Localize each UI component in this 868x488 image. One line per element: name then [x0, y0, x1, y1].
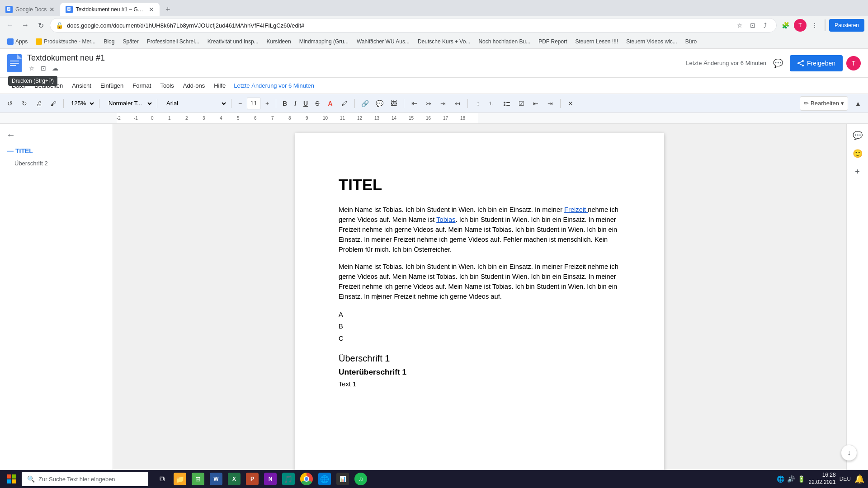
- bookmark-mindmapping[interactable]: Mindmapping (Gru...: [296, 36, 352, 47]
- text-color-button[interactable]: A: [324, 97, 336, 110]
- back-button[interactable]: ←: [4, 19, 16, 32]
- bookmark-noch-hochladen[interactable]: Noch hochladen Bu...: [475, 36, 534, 47]
- taskbar-explorer[interactable]: 📁: [172, 471, 188, 487]
- bookmark-apps[interactable]: Apps: [4, 36, 31, 47]
- clear-format-button[interactable]: ✕: [564, 97, 577, 110]
- align-center-button[interactable]: ↣: [422, 97, 435, 110]
- scroll-to-bottom-button[interactable]: ↓: [841, 445, 857, 461]
- align-left-button[interactable]: ⇤: [408, 97, 420, 110]
- share-address-icon[interactable]: ⤴: [760, 20, 771, 31]
- checklist-button[interactable]: ☑: [515, 97, 528, 110]
- document-page[interactable]: TITEL Mein Name ist Tobias. Ich bin Stud…: [295, 133, 664, 470]
- start-button[interactable]: [4, 471, 20, 487]
- outline-back-button[interactable]: ←: [4, 127, 18, 142]
- new-tab-button[interactable]: +: [161, 3, 174, 16]
- battery-icon[interactable]: 🔋: [797, 475, 805, 483]
- print-button[interactable]: 🖨: [33, 97, 45, 110]
- cloud-save-icon[interactable]: ☁: [51, 64, 60, 73]
- volume-icon[interactable]: 🔊: [787, 475, 795, 483]
- link-button[interactable]: 🔗: [359, 97, 371, 110]
- profile-avatar-icon[interactable]: T: [794, 19, 807, 32]
- highlight-button[interactable]: 🖍: [338, 97, 351, 110]
- docs-document-title[interactable]: Textdokument neu #1: [27, 53, 105, 63]
- reload-button[interactable]: ↻: [34, 19, 47, 32]
- share-button[interactable]: Freigeben: [790, 55, 843, 71]
- taskbar-edge[interactable]: 🌐: [316, 471, 333, 487]
- address-bar[interactable]: 🔒 docs.google.com/document/d/1hUH8k6h7Lb…: [50, 18, 777, 33]
- taskbar-app7[interactable]: 🎵: [280, 471, 297, 487]
- menu-hilfe[interactable]: Hilfe: [209, 80, 230, 91]
- indent-less-button[interactable]: ⇤: [529, 97, 542, 110]
- undo-button[interactable]: ↺: [4, 97, 16, 110]
- tab-search-icon[interactable]: ⊡: [747, 20, 758, 31]
- taskbar-task-view[interactable]: ⧉: [154, 471, 170, 487]
- line-spacing-button[interactable]: ↕: [472, 97, 484, 110]
- bookmark-kursideen[interactable]: Kursideen: [263, 36, 295, 47]
- list-item-c[interactable]: C: [339, 333, 621, 344]
- tab2-close-icon[interactable]: ✕: [149, 6, 154, 13]
- list-item-b[interactable]: B: [339, 320, 621, 332]
- user-avatar[interactable]: T: [846, 56, 861, 70]
- bookmark-wahlfaecher[interactable]: Wahlfächer WU Aus...: [353, 36, 413, 47]
- font-select[interactable]: Arial Times New Roman Georgia: [161, 97, 227, 110]
- taskbar-word[interactable]: W: [208, 471, 224, 487]
- image-button[interactable]: 🖼: [387, 97, 400, 110]
- tobias-link[interactable]: Tobias: [436, 216, 455, 223]
- last-change-link[interactable]: Letzte Änderung vor 6 Minuten: [234, 82, 314, 89]
- browser-menu-icon[interactable]: ⋮: [808, 19, 821, 32]
- menu-einfuegen[interactable]: Einfügen: [96, 80, 128, 91]
- document-heading1[interactable]: Überschrift 1: [339, 353, 621, 364]
- extensions-icon[interactable]: 🧩: [779, 19, 792, 32]
- bookmark-pdf-report[interactable]: PDF Report: [535, 36, 571, 47]
- bold-button[interactable]: B: [280, 97, 290, 110]
- bookmark-blog[interactable]: Blog: [100, 36, 118, 47]
- document-paragraph-2[interactable]: Mein Name ist Tobias. Ich bin Student in…: [339, 262, 621, 301]
- list-item-a[interactable]: A: [339, 309, 621, 320]
- taskbar-app10[interactable]: 📊: [335, 471, 351, 487]
- align-justify-button[interactable]: ↤: [451, 97, 464, 110]
- document-subheading1[interactable]: Unterüberschrift 1: [339, 367, 621, 377]
- tab-textdokument[interactable]: Textdokument neu #1 – Google ... ✕: [60, 3, 160, 16]
- comments-button[interactable]: 💬: [770, 55, 786, 71]
- pause-button[interactable]: Pausieren: [829, 19, 864, 32]
- font-size-increase-button[interactable]: +: [262, 99, 272, 108]
- bookmark-steuern-videos[interactable]: Steuern Videos wic...: [623, 36, 681, 47]
- freizeit-link[interactable]: Freizeit: [564, 206, 588, 213]
- bookmark-professionell[interactable]: Professionell Schrei...: [143, 36, 203, 47]
- font-size-decrease-button[interactable]: −: [235, 99, 245, 108]
- italic-button[interactable]: I: [292, 97, 299, 110]
- bookmark-kreativitaet[interactable]: Kreativität und Insp...: [204, 36, 262, 47]
- taskbar-powerpoint[interactable]: P: [244, 471, 260, 487]
- taskbar-time-display[interactable]: 16:28 22.02.2021: [809, 472, 836, 486]
- taskbar-onenote[interactable]: N: [262, 471, 278, 487]
- zoom-select[interactable]: 125% 100% 150%: [67, 97, 95, 110]
- bookmark-steuern-lesen[interactable]: Steuern Lesen !!!!: [571, 36, 622, 47]
- menu-ansicht[interactable]: Ansicht: [67, 80, 96, 91]
- sidebar-comments-icon[interactable]: 💬: [849, 127, 866, 144]
- taskbar-app11[interactable]: ♫: [353, 471, 369, 487]
- document-paragraph-1[interactable]: Mein Name ist Tobias. Ich bin Student in…: [339, 205, 621, 254]
- numbered-list-button[interactable]: 1.: [486, 97, 499, 110]
- font-size-input[interactable]: [247, 98, 260, 109]
- bookmark-deutsche-kurs[interactable]: Deutsche Kurs + Vo...: [414, 36, 474, 47]
- comment-button[interactable]: 💬: [373, 97, 386, 110]
- strikethrough-button[interactable]: S: [312, 97, 322, 110]
- menu-format[interactable]: Format: [128, 80, 156, 91]
- editing-mode-button[interactable]: ✏ Bearbeiten ▾: [800, 96, 848, 111]
- align-right-button[interactable]: ⇥: [437, 97, 449, 110]
- menu-tools[interactable]: Tools: [156, 80, 178, 91]
- document-area[interactable]: TITEL Mein Name ist Tobias. Ich bin Stud…: [113, 124, 846, 470]
- taskbar-chrome[interactable]: [298, 471, 315, 487]
- bookmark-star-icon[interactable]: ☆: [735, 20, 745, 31]
- paragraph-style-select[interactable]: Normaler T... Titel Überschrift 1 Übersc…: [103, 97, 153, 110]
- collapse-toolbar-button[interactable]: ▲: [852, 97, 864, 110]
- tab1-close-icon[interactable]: ✕: [49, 6, 55, 13]
- notifications-icon[interactable]: 🔔: [854, 474, 864, 484]
- indent-more-button[interactable]: ⇥: [544, 97, 557, 110]
- taskbar-excel[interactable]: X: [226, 471, 242, 487]
- bookmark-spaeter[interactable]: Später: [119, 36, 142, 47]
- move-to-drive-icon[interactable]: ⊡: [39, 64, 48, 73]
- sidebar-add-icon[interactable]: +: [849, 164, 866, 180]
- forward-button[interactable]: →: [19, 19, 32, 32]
- bulleted-list-button[interactable]: [500, 97, 513, 110]
